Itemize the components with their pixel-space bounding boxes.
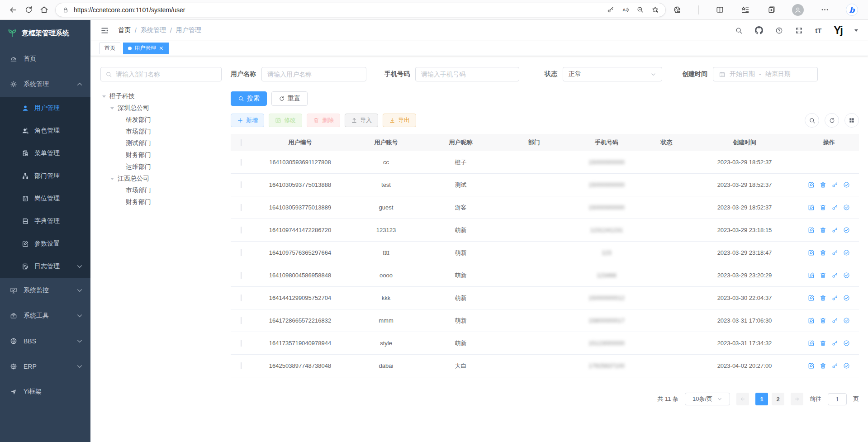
row-reset-password-icon[interactable] bbox=[831, 272, 838, 279]
tree-caret-icon[interactable] bbox=[119, 117, 126, 123]
select-all-checkbox[interactable] bbox=[241, 139, 242, 146]
tree-node-label[interactable]: 测试部门 bbox=[126, 139, 151, 147]
url-text[interactable]: https://ccnetcore.com:1101/system/user bbox=[74, 6, 602, 14]
sidebar-item-yi-framework[interactable]: Yi框架 bbox=[0, 379, 90, 404]
row-delete-icon[interactable] bbox=[820, 181, 826, 188]
tree-node-label[interactable]: 运维部门 bbox=[126, 163, 151, 171]
row-checkbox[interactable] bbox=[241, 317, 242, 324]
tree-caret-icon[interactable] bbox=[119, 188, 126, 194]
page-number-button[interactable]: 1 bbox=[755, 393, 768, 405]
sidebar-item-system-mgmt[interactable]: 系统管理 bbox=[0, 71, 90, 97]
tag-home[interactable]: 首页 bbox=[100, 43, 120, 54]
row-checkbox[interactable] bbox=[241, 272, 242, 279]
sidebar-item-log-mgmt[interactable]: 日志管理 bbox=[0, 255, 90, 278]
row-checkbox[interactable] bbox=[241, 362, 242, 369]
tree-caret-icon[interactable] bbox=[110, 176, 118, 182]
tree-node[interactable]: 江西总公司 bbox=[100, 173, 222, 185]
row-reset-password-icon[interactable] bbox=[831, 295, 838, 301]
help-icon[interactable] bbox=[775, 27, 783, 34]
date-range-picker[interactable]: 开始日期 - 结束日期 bbox=[713, 67, 818, 81]
row-assign-role-icon[interactable] bbox=[843, 249, 850, 256]
row-checkbox[interactable] bbox=[241, 295, 242, 301]
row-edit-icon[interactable] bbox=[808, 362, 815, 369]
tree-node[interactable]: 财务部门 bbox=[100, 196, 222, 208]
favorites-icon[interactable] bbox=[741, 5, 749, 14]
sidebar-item-menu-mgmt[interactable]: 菜单管理 bbox=[0, 142, 90, 165]
close-icon[interactable] bbox=[159, 46, 164, 51]
row-assign-role-icon[interactable] bbox=[843, 181, 850, 188]
tree-node[interactable]: 研发部门 bbox=[100, 114, 222, 126]
sidebar-item-erp[interactable]: ERP bbox=[0, 354, 90, 379]
tree-node[interactable]: 运维部门 bbox=[100, 161, 222, 173]
row-edit-icon[interactable] bbox=[808, 340, 815, 347]
browser-menu-icon[interactable] bbox=[821, 5, 829, 14]
date-end-placeholder[interactable]: 结束日期 bbox=[765, 70, 791, 78]
tree-caret-icon[interactable] bbox=[110, 105, 118, 111]
browser-back-button[interactable] bbox=[5, 2, 21, 18]
breadcrumb-system[interactable]: 系统管理 bbox=[141, 26, 166, 34]
row-edit-icon[interactable] bbox=[808, 272, 815, 279]
add-favorite-icon[interactable] bbox=[651, 6, 659, 14]
phone-input[interactable] bbox=[421, 71, 513, 78]
copilot-icon[interactable]: b bbox=[846, 4, 858, 16]
tree-caret-icon[interactable] bbox=[119, 141, 126, 147]
row-reset-password-icon[interactable] bbox=[831, 340, 838, 347]
row-reset-password-icon[interactable] bbox=[831, 249, 838, 256]
tree-node-label[interactable]: 深圳总公司 bbox=[118, 104, 149, 112]
row-reset-password-icon[interactable] bbox=[831, 317, 838, 324]
row-assign-role-icon[interactable] bbox=[843, 204, 850, 211]
tree-node-label[interactable]: 财务部门 bbox=[126, 198, 151, 206]
page-size-select[interactable]: 10条/页 bbox=[685, 393, 730, 405]
user-avatar[interactable]: Yj bbox=[834, 24, 842, 37]
tree-caret-icon[interactable] bbox=[119, 200, 126, 205]
collections-icon[interactable] bbox=[767, 5, 775, 14]
tree-node-label[interactable]: 市场部门 bbox=[126, 128, 151, 136]
sidebar-item-user-mgmt[interactable]: 用户管理 bbox=[0, 97, 90, 119]
tree-caret-icon[interactable] bbox=[119, 152, 126, 158]
row-edit-icon[interactable] bbox=[808, 181, 815, 188]
dept-search-input[interactable] bbox=[116, 71, 217, 78]
fullscreen-icon[interactable] bbox=[795, 27, 803, 34]
row-reset-password-icon[interactable] bbox=[831, 362, 838, 369]
address-bar[interactable]: https://ccnetcore.com:1101/system/user bbox=[55, 3, 666, 17]
tree-node[interactable]: 测试部门 bbox=[100, 138, 222, 149]
split-screen-icon[interactable] bbox=[716, 5, 724, 14]
row-checkbox[interactable] bbox=[241, 159, 242, 166]
tree-node[interactable]: 市场部门 bbox=[100, 126, 222, 138]
goto-page-input[interactable] bbox=[828, 393, 847, 405]
browser-home-button[interactable] bbox=[36, 2, 52, 18]
tree-node[interactable]: 橙子科技 bbox=[100, 90, 222, 102]
export-button[interactable]: 导出 bbox=[383, 114, 416, 127]
breadcrumb-home[interactable]: 首页 bbox=[118, 26, 131, 34]
sidebar-item-dict-mgmt[interactable]: 字典管理 bbox=[0, 210, 90, 233]
row-edit-icon[interactable] bbox=[808, 227, 815, 233]
row-assign-role-icon[interactable] bbox=[843, 362, 850, 369]
prev-page-button[interactable] bbox=[736, 393, 749, 405]
import-button[interactable]: 导入 bbox=[345, 114, 378, 127]
refresh-table-button[interactable] bbox=[825, 113, 839, 128]
row-assign-role-icon[interactable] bbox=[843, 317, 850, 324]
add-button[interactable]: 新增 bbox=[231, 114, 264, 127]
password-key-icon[interactable] bbox=[607, 6, 614, 14]
tree-node-label[interactable]: 研发部门 bbox=[126, 116, 151, 124]
next-page-button[interactable] bbox=[791, 393, 803, 405]
tag-user-mgmt[interactable]: 用户管理 bbox=[123, 43, 169, 54]
tree-caret-icon[interactable] bbox=[102, 94, 109, 100]
row-checkbox[interactable] bbox=[241, 249, 242, 256]
tree-node-label[interactable]: 江西总公司 bbox=[118, 175, 149, 183]
show-search-toggle-button[interactable] bbox=[805, 113, 819, 128]
row-delete-icon[interactable] bbox=[820, 317, 826, 324]
row-assign-role-icon[interactable] bbox=[843, 340, 850, 347]
tree-node[interactable]: 财务部门 bbox=[100, 149, 222, 161]
sidebar-item-post-mgmt[interactable]: 岗位管理 bbox=[0, 187, 90, 210]
row-reset-password-icon[interactable] bbox=[831, 204, 838, 211]
zoom-out-icon[interactable] bbox=[636, 6, 644, 14]
sidebar-item-role-mgmt[interactable]: 角色管理 bbox=[0, 119, 90, 142]
date-start-placeholder[interactable]: 开始日期 bbox=[730, 70, 755, 78]
tree-node[interactable]: 市场部门 bbox=[100, 185, 222, 196]
tree-caret-icon[interactable] bbox=[119, 164, 126, 170]
tree-node-label[interactable]: 财务部门 bbox=[126, 151, 151, 159]
row-assign-role-icon[interactable] bbox=[843, 227, 850, 233]
row-checkbox[interactable] bbox=[241, 227, 242, 233]
sidebar-item-bbs[interactable]: BBS bbox=[0, 328, 90, 354]
